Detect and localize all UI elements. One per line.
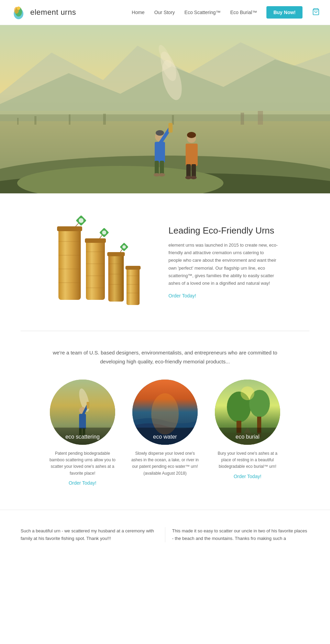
svg-rect-47	[86, 240, 105, 300]
testimonial-1-text: Such a beautiful urn - we scattered my h…	[21, 527, 158, 542]
eco-water-desc: Slowly disperse your loved one's ashes i…	[131, 450, 199, 477]
svg-rect-26	[168, 123, 173, 133]
eco-burial-image: eco burial	[215, 380, 280, 445]
svg-rect-14	[241, 113, 244, 125]
svg-rect-38	[58, 228, 81, 300]
svg-point-37	[190, 176, 197, 179]
eco-scattering-image: eco scattering	[50, 380, 115, 445]
svg-rect-35	[191, 164, 196, 177]
main-nav: Home Our Story Eco Scattering™ Eco Buria…	[132, 6, 320, 19]
eco-scattering-desc: Patent pending biodegradable bamboo scat…	[48, 450, 117, 477]
circles-row: eco scattering Patent pending biodegrada…	[14, 380, 316, 486]
product-text: Leading Eco-Friendly Urns element urns w…	[168, 225, 278, 299]
site-header: element urns Home Our Story Eco Scatteri…	[0, 0, 330, 25]
svg-rect-52	[85, 238, 106, 243]
svg-point-3	[17, 7, 20, 10]
svg-rect-56	[108, 253, 124, 302]
eco-burial-label: eco burial	[215, 428, 280, 445]
svg-rect-74	[87, 402, 89, 409]
svg-rect-68	[125, 266, 141, 270]
svg-point-55	[102, 230, 106, 235]
svg-point-30	[159, 173, 165, 177]
svg-rect-27	[155, 161, 159, 174]
eco-scattering-item: eco scattering Patent pending biodegrada…	[48, 380, 117, 486]
testimonial-2-text: This made it so easy to scatter our uncl…	[172, 527, 310, 542]
team-section: we're a team of U.S. based designers, en…	[0, 331, 330, 510]
product-image-area	[52, 214, 148, 310]
testimonial-1: Such a beautiful urn - we scattered my h…	[21, 527, 165, 542]
logo[interactable]: element urns	[10, 4, 76, 21]
eco-burial-desc: Bury your loved one's ashes at a place o…	[213, 450, 282, 470]
eco-water-item: eco water Slowly disperse your loved one…	[131, 380, 199, 486]
eco-scattering-order-link[interactable]: Order Today!	[69, 480, 97, 486]
testimonials-section: Such a beautiful urn - we scattered my h…	[0, 510, 330, 560]
svg-rect-9	[17, 118, 19, 125]
svg-rect-10	[34, 116, 36, 125]
svg-rect-31	[186, 144, 198, 166]
svg-rect-60	[107, 252, 125, 256]
urns-image	[52, 214, 148, 310]
nav-eco-scattering[interactable]: Eco Scattering™	[185, 10, 221, 15]
svg-point-84	[241, 386, 254, 400]
nav-eco-burial[interactable]: Eco Burial™	[230, 10, 257, 15]
eco-burial-item: eco burial Bury your loved one's ashes a…	[213, 380, 282, 486]
product-section: Leading Eco-Friendly Urns element urns w…	[0, 193, 330, 331]
svg-point-33	[187, 132, 196, 138]
svg-rect-28	[160, 161, 164, 174]
testimonial-2: This made it so easy to scatter our uncl…	[165, 527, 310, 542]
product-description: element urns was launched in 2015 to cre…	[168, 241, 278, 287]
svg-rect-43	[57, 226, 82, 231]
eco-scattering-label: eco scattering	[50, 428, 115, 445]
svg-rect-34	[186, 164, 191, 177]
svg-rect-15	[258, 111, 263, 125]
svg-point-24	[156, 130, 164, 136]
svg-point-63	[122, 245, 126, 249]
team-tagline: we're a team of U.S. based designers, en…	[41, 348, 289, 366]
product-title: Leading Eco-Friendly Urns	[168, 225, 278, 236]
nav-home[interactable]: Home	[132, 10, 144, 15]
product-order-link[interactable]: Order Today!	[168, 293, 196, 298]
eco-water-label: eco water	[132, 428, 198, 445]
logo-icon	[10, 4, 27, 21]
svg-rect-64	[126, 267, 140, 305]
svg-rect-11	[69, 114, 70, 125]
hero-section	[0, 25, 330, 193]
cart-icon[interactable]	[312, 8, 320, 17]
nav-our-story[interactable]: Our Story	[154, 10, 175, 15]
svg-point-46	[79, 218, 84, 223]
hero-illustration	[0, 25, 330, 193]
logo-text: element urns	[30, 8, 76, 17]
eco-burial-order-link[interactable]: Order Today!	[234, 474, 262, 479]
eco-water-image: eco water	[132, 380, 198, 445]
svg-rect-12	[103, 114, 106, 125]
buy-now-button[interactable]: Buy Now!	[266, 6, 302, 19]
